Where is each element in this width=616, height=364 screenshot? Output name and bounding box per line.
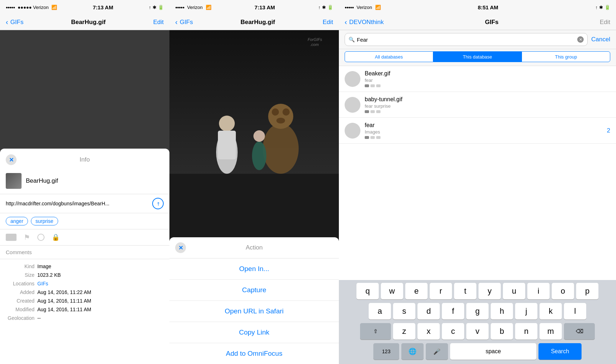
info-close-button[interactable]: ✕ — [6, 154, 17, 165]
nav-title-p3: GIFs — [485, 19, 499, 26]
key-r[interactable]: r — [430, 283, 452, 299]
lock-icon[interactable]: 🔒 — [52, 233, 60, 241]
key-d[interactable]: d — [417, 303, 440, 319]
meta-row-created: Created Aug 14, 2016, 11:11 AM — [6, 297, 164, 305]
key-o[interactable]: o — [552, 283, 574, 299]
key-mic[interactable]: 🎤 — [426, 343, 448, 360]
search-results: Beaker.gif fear baby-tunnel.gif fear sur… — [339, 66, 616, 280]
flag-icon[interactable]: ⚑ — [24, 233, 30, 242]
key-e[interactable]: e — [405, 283, 428, 299]
key-delete[interactable]: ⌫ — [564, 323, 595, 340]
key-space[interactable]: space — [450, 343, 536, 360]
tag-anger[interactable]: anger — [6, 217, 28, 225]
result-item-beaker[interactable]: Beaker.gif fear — [339, 66, 616, 92]
nav-bar-p1: ‹ GIFs BearHug.gif Edit — [0, 14, 169, 30]
dot3 — [376, 84, 381, 87]
tag-surprise[interactable]: surprise — [31, 217, 58, 225]
key-y[interactable]: y — [479, 283, 501, 299]
meta-row-locations: Locations GIFs — [6, 279, 164, 288]
meta-val-modified: Aug 14, 2016, 11:11 AM — [37, 307, 91, 312]
meta-val-added: Aug 14, 2016, 11:22 AM — [37, 289, 91, 295]
status-bar-p2: ●●●●● Verizon 📶 7:13 AM ↑ ✱ 🔋 — [169, 0, 339, 14]
result-name-beaker: Beaker.gif — [365, 70, 610, 77]
search-input[interactable]: Fear — [357, 37, 575, 43]
key-h[interactable]: h — [491, 303, 513, 319]
svg-text:ForGIFs: ForGIFs — [308, 37, 322, 42]
nav-back-p2[interactable]: ‹ GIFs — [175, 18, 193, 26]
action-open-in[interactable]: Open In... — [169, 258, 339, 280]
meta-key-size: Size — [6, 272, 34, 278]
action-close-button[interactable]: ✕ — [175, 242, 186, 253]
key-g[interactable]: g — [466, 303, 489, 319]
key-shift[interactable]: ⇧ — [360, 323, 391, 340]
result-thumb-fear — [345, 123, 360, 139]
key-t[interactable]: t — [454, 283, 476, 299]
dot1 — [365, 110, 369, 113]
svg-point-9 — [252, 141, 266, 170]
nav-edit-p3[interactable]: Edit — [600, 19, 610, 26]
key-u[interactable]: u — [503, 283, 525, 299]
key-z[interactable]: z — [393, 323, 415, 340]
result-item-baby-tunnel[interactable]: baby-tunnel.gif fear surprise — [339, 92, 616, 118]
label-icon[interactable] — [6, 234, 17, 241]
key-c[interactable]: c — [442, 323, 464, 340]
key-i[interactable]: i — [527, 283, 550, 299]
meta-val-kind: Image — [37, 263, 51, 269]
key-m[interactable]: m — [540, 323, 562, 340]
key-j[interactable]: j — [515, 303, 537, 319]
key-s[interactable]: s — [393, 303, 415, 319]
nav-back-p1[interactable]: ‹ GIFs — [6, 18, 24, 26]
result-dots-baby-tunnel — [365, 110, 610, 113]
key-p[interactable]: p — [576, 283, 598, 299]
meta-row-added: Added Aug 14, 2016, 11:22 AM — [6, 288, 164, 297]
action-add-omnifocus[interactable]: Add to OmniFocus — [169, 343, 339, 364]
nav-edit-p2[interactable]: Edit — [323, 19, 333, 26]
search-clear-button[interactable]: ✕ — [577, 36, 584, 43]
key-x[interactable]: x — [417, 323, 440, 340]
key-a[interactable]: a — [369, 303, 391, 319]
key-k[interactable]: k — [540, 303, 562, 319]
key-globe[interactable]: 🌐 — [401, 343, 424, 360]
info-title: Info — [80, 156, 90, 163]
meta-val-locations[interactable]: GIFs — [37, 281, 48, 286]
action-copy-link[interactable]: Copy Link — [169, 322, 339, 343]
key-w[interactable]: w — [381, 283, 403, 299]
status-carrier-p2: ●●●●● Verizon 📶 — [175, 5, 211, 10]
scope-this-group[interactable]: This group — [522, 51, 610, 62]
svg-point-4 — [263, 123, 299, 174]
search-cancel-button[interactable]: Cancel — [591, 36, 610, 43]
result-name-baby-tunnel: baby-tunnel.gif — [365, 96, 610, 103]
status-carrier-p1: ●●●●● ●●●●● Verizon 📶 — [6, 5, 57, 10]
key-n[interactable]: n — [515, 323, 537, 340]
scope-all-databases[interactable]: All databases — [345, 51, 433, 62]
info-url-open-button[interactable]: ↗ — [152, 198, 164, 209]
keyboard-row-2: a s d f g h j k l — [340, 303, 615, 319]
info-url-text: http://macdrifter.com/dogbuns/images/Bea… — [6, 201, 149, 206]
search-bar[interactable]: 🔍 Fear ✕ — [345, 33, 588, 46]
status-time-p1: 7:13 AM — [93, 4, 113, 10]
key-b[interactable]: b — [491, 323, 513, 340]
keyboard-row-4: 123 🌐 🎤 space Search — [340, 343, 615, 360]
dot3 — [376, 136, 381, 139]
key-v[interactable]: v — [466, 323, 489, 340]
panel-info: ●●●●● ●●●●● Verizon 📶 7:13 AM ↑ ✱ 🔋 ‹ GI… — [0, 0, 169, 364]
nav-back-p3[interactable]: ‹ DEVONthink — [345, 18, 384, 26]
key-l[interactable]: l — [564, 303, 586, 319]
result-item-fear[interactable]: fear Images 2 — [339, 118, 616, 144]
search-magnifier-icon: 🔍 — [349, 37, 355, 42]
key-search[interactable]: Search — [538, 343, 582, 360]
nav-title-p2: BearHug.gif — [241, 19, 275, 26]
action-open-url-safari[interactable]: Open URL in Safari — [169, 301, 339, 322]
circle-icon[interactable] — [37, 234, 45, 241]
info-tags-row: anger surprise — [0, 213, 169, 229]
key-123[interactable]: 123 — [373, 343, 399, 360]
key-q[interactable]: q — [356, 283, 379, 299]
meta-row-size: Size 1023.2 KB — [6, 271, 164, 279]
action-capture[interactable]: Capture — [169, 280, 339, 301]
status-carrier-p3: ●●●●● Verizon 📶 — [345, 5, 381, 10]
scope-this-database[interactable]: This database — [433, 51, 522, 62]
key-f[interactable]: f — [442, 303, 464, 319]
meta-row-modified: Modified Aug 14, 2016, 11:11 AM — [6, 305, 164, 314]
nav-edit-p1[interactable]: Edit — [153, 19, 164, 26]
dot2 — [370, 110, 375, 113]
